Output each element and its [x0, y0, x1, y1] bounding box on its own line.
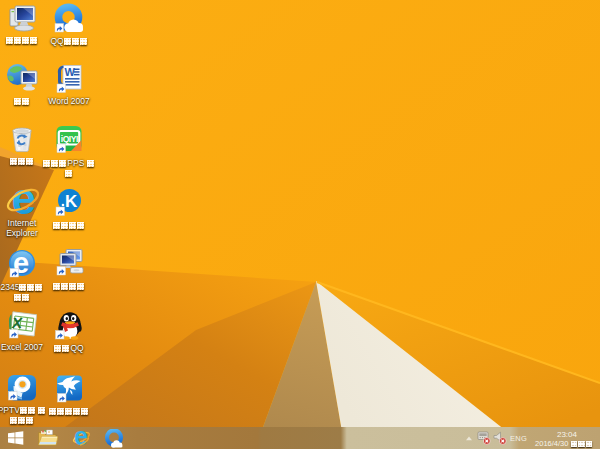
svg-text:X: X [11, 314, 23, 331]
svg-text:K: K [65, 192, 78, 211]
svg-text:iQIYI: iQIYI [61, 134, 78, 144]
svg-text:W: W [65, 66, 76, 78]
